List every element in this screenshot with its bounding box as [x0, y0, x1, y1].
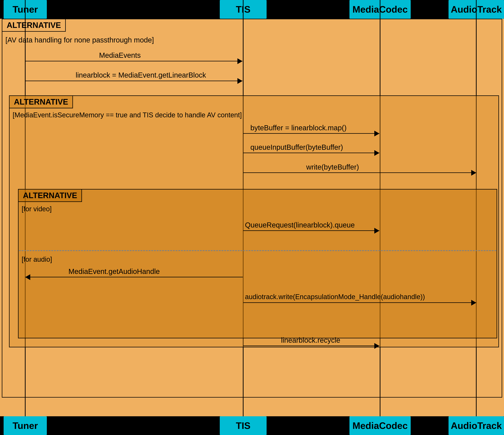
label-queue-request: QueueRequest(linearblock).queue — [245, 221, 355, 229]
label-write-byte-buffer: write(byteBuffer) — [306, 163, 359, 171]
label-byte-buffer-map: byteBuffer = linearblock.map() — [250, 124, 347, 132]
label-audiotrack-write: audiotrack.write(EncapsulationMode_Handl… — [245, 293, 425, 301]
arrow-get-linear-block — [25, 81, 243, 81]
arrow-queue-request — [243, 230, 379, 231]
footer-mediacodec: MediaCodec — [350, 416, 411, 435]
inner-alt2-label: ALTERNATIVE — [18, 190, 82, 202]
label-get-audio-handle: MediaEvent.getAudioHandle — [68, 268, 160, 276]
arrow-linearblock-recycle — [243, 346, 379, 346]
inner-alt2-video-condition: [for video] — [22, 205, 52, 213]
mediacodec-footer-label: MediaCodec — [352, 420, 408, 431]
arrow-audiotrack-write — [243, 302, 476, 303]
arrow-write-byte-buffer — [243, 172, 476, 173]
audiotrack-footer-label: AudioTrack — [451, 420, 502, 431]
label-get-linear-block: linearblock = MediaEvent.getLinearBlock — [76, 71, 206, 79]
inner-alt1-condition: [MediaEvent.isSecureMemory == true and T… — [13, 111, 242, 119]
inner-alt2-audio-condition: [for audio] — [22, 256, 52, 263]
label-linearblock-recycle: linearblock.recycle — [281, 336, 340, 344]
diagram-container: Tuner TIS MediaCodec AudioTrack ALTERNAT… — [0, 0, 504, 435]
inner-alt1-label: ALTERNATIVE — [9, 96, 73, 108]
arrow-queue-input-buffer — [243, 153, 379, 153]
label-queue-input-buffer: queueInputBuffer(byteBuffer) — [250, 143, 343, 151]
arrow-get-audio-handle — [25, 277, 243, 277]
footer-audiotrack: AudioTrack — [449, 416, 504, 435]
inner-alt2-frame: ALTERNATIVE — [18, 189, 497, 338]
outer-alt-condition: [AV data handling for none passthrough m… — [5, 36, 154, 44]
label-media-events: MediaEvents — [99, 51, 141, 59]
footer-tuner: Tuner — [4, 416, 47, 435]
arrow-byte-buffer-map — [243, 133, 379, 134]
arrow-media-events — [25, 61, 243, 61]
footer-tis: TIS — [220, 416, 267, 435]
tis-footer-label: TIS — [236, 420, 251, 431]
outer-alt-label: ALTERNATIVE — [2, 19, 66, 32]
tuner-footer-label: Tuner — [13, 420, 38, 431]
dashed-divider — [19, 250, 496, 251]
